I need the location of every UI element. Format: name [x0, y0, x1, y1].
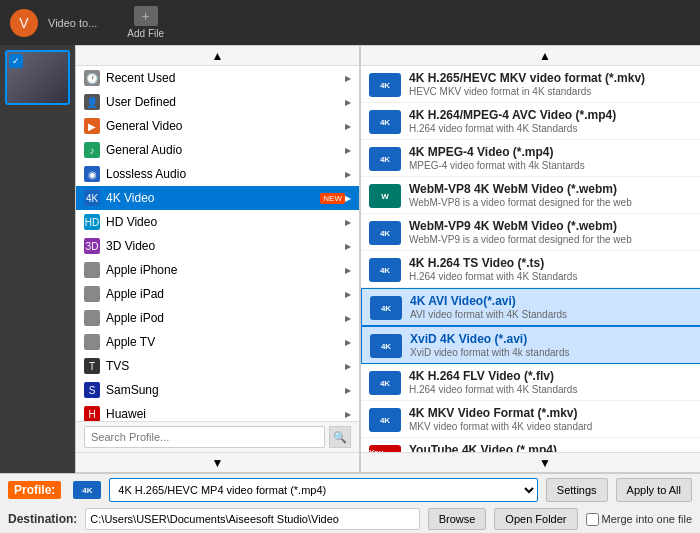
file-item[interactable]: ✓ — [5, 50, 70, 105]
webm_vp8-desc: WebM-VP8 is a video format designed for … — [409, 197, 700, 208]
right-scroll-down[interactable]: ▼ — [361, 452, 700, 472]
iphone-icon — [84, 262, 100, 278]
mp4_mpeg4-text-block: 4K MPEG-4 Video (*.mp4)MPEG-4 video form… — [409, 145, 700, 171]
webm_vp8-title: WebM-VP8 4K WebM Video (*.webm) — [409, 182, 700, 196]
format-item-youtube_4k[interactable]: You TubeYouTube 4K Video (*.mp4)H.264 4K… — [361, 438, 700, 452]
huawei-icon: H — [84, 406, 100, 421]
avi_4k-icon: 4K — [370, 296, 402, 320]
samsung-icon: S — [84, 382, 100, 398]
webm_vp8-icon: W — [369, 184, 401, 208]
general_audio-label: General Audio — [106, 143, 345, 157]
user-arrow: ▶ — [345, 98, 351, 107]
general_video-arrow: ▶ — [345, 122, 351, 131]
mp4_264-text-block: 4K H.264/MPEG-4 AVC Video (*.mp4)H.264 v… — [409, 108, 700, 134]
mp4_mpeg4-desc: MPEG-4 video format with 4k Stantards — [409, 160, 700, 171]
samsung-arrow: ▶ — [345, 386, 351, 395]
search-button[interactable]: 🔍 — [329, 426, 351, 448]
toolbar: V Video to... + Add File — [0, 0, 700, 45]
menu-item-4k[interactable]: 4K4K VideoNEW▶ — [76, 186, 359, 210]
iphone-label: Apple iPhone — [106, 263, 345, 277]
menu-item-appletv[interactable]: Apple TV▶ — [76, 330, 359, 354]
ipod-icon — [84, 310, 100, 326]
menu-item-hd[interactable]: HDHD Video▶ — [76, 210, 359, 234]
menu-item-samsung[interactable]: SSamSung▶ — [76, 378, 359, 402]
destination-path[interactable] — [85, 508, 419, 530]
hd-label: HD Video — [106, 215, 345, 229]
left-scroll-down[interactable]: ▼ — [76, 452, 359, 472]
mkv_hevc-title: 4K H.265/HEVC MKV video format (*.mkv) — [409, 71, 700, 85]
search-area: 🔍 — [76, 421, 359, 452]
file-list: ✓ — [0, 45, 75, 473]
3d-icon: 3D — [84, 238, 100, 254]
menu-item-ipad[interactable]: Apple iPad▶ — [76, 282, 359, 306]
browse-button[interactable]: Browse — [428, 508, 487, 530]
menu-item-lossless[interactable]: ◉Lossless Audio▶ — [76, 162, 359, 186]
menu-item-general_audio[interactable]: ♪General Audio▶ — [76, 138, 359, 162]
4k-badge: NEW — [320, 193, 345, 204]
huawei-label: Huawei — [106, 407, 345, 421]
format-item-mp4_mpeg4[interactable]: 4K4K MPEG-4 Video (*.mp4)MPEG-4 video fo… — [361, 140, 700, 177]
mkv_hevc-icon: 4K — [369, 73, 401, 97]
format-item-mkv_hevc[interactable]: 4K4K H.265/HEVC MKV video format (*.mkv)… — [361, 66, 700, 103]
add-file-label: Add File — [127, 28, 164, 39]
ipod-label: Apple iPod — [106, 311, 345, 325]
format-item-xvid_4k[interactable]: 4KXviD 4K Video (*.avi)XviD video format… — [361, 326, 700, 364]
left-scroll-up[interactable]: ▲ — [76, 46, 359, 66]
format-item-avi_4k[interactable]: 4K4K AVI Video(*.avi)AVI video format wi… — [361, 288, 700, 326]
general_audio-arrow: ▶ — [345, 146, 351, 155]
xvid_4k-desc: XviD video format with 4k standards — [410, 347, 700, 358]
menu-item-3d[interactable]: 3D3D Video▶ — [76, 234, 359, 258]
menu-item-ipod[interactable]: Apple iPod▶ — [76, 306, 359, 330]
merge-checkbox[interactable] — [586, 513, 599, 526]
app-window: V Video to... + Add File ✓ ▲ � — [0, 0, 700, 533]
4k-label: 4K Video — [106, 191, 316, 205]
mkv_4k-desc: MKV video format with 4K video standard — [409, 421, 700, 432]
xvid_4k-icon: 4K — [370, 334, 402, 358]
add-file-button[interactable]: + Add File — [127, 6, 164, 39]
menu-item-general_video[interactable]: ▶General Video▶ — [76, 114, 359, 138]
mp4_264-icon: 4K — [369, 110, 401, 134]
hd-icon: HD — [84, 214, 100, 230]
menu-item-user[interactable]: 👤User Defined▶ — [76, 90, 359, 114]
menu-item-recent[interactable]: 🕐Recent Used▶ — [76, 66, 359, 90]
left-panel: ▲ 🕐Recent Used▶👤User Defined▶▶General Vi… — [75, 45, 360, 473]
webm_vp9-icon: 4K — [369, 221, 401, 245]
open-folder-button[interactable]: Open Folder — [494, 508, 577, 530]
webm_vp9-text-block: WebM-VP9 4K WebM Video (*.webm)WebM-VP9 … — [409, 219, 700, 245]
appletv-label: Apple TV — [106, 335, 345, 349]
menu-item-huawei[interactable]: HHuawei▶ — [76, 402, 359, 421]
youtube_4k-title: YouTube 4K Video (*.mp4) — [409, 443, 700, 452]
menu-item-tvs[interactable]: TTVS▶ — [76, 354, 359, 378]
flv_264-text-block: 4K H.264 FLV Video (*.flv)H.264 video fo… — [409, 369, 700, 395]
mkv_4k-text-block: 4K MKV Video Format (*.mkv)MKV video for… — [409, 406, 700, 432]
profile-select[interactable]: 4K H.265/HEVC MP4 video format (*.mp4) — [109, 478, 537, 502]
ts_264-desc: H.264 video format with 4K Standards — [409, 271, 700, 282]
format-item-webm_vp9[interactable]: 4KWebM-VP9 4K WebM Video (*.webm)WebM-VP… — [361, 214, 700, 251]
settings-button[interactable]: Settings — [546, 478, 608, 502]
mp4_264-title: 4K H.264/MPEG-4 AVC Video (*.mp4) — [409, 108, 700, 122]
format-item-mp4_264[interactable]: 4K4K H.264/MPEG-4 AVC Video (*.mp4)H.264… — [361, 103, 700, 140]
flv_264-desc: H.264 video format with 4K Standards — [409, 384, 700, 395]
menu-item-iphone[interactable]: Apple iPhone▶ — [76, 258, 359, 282]
format-item-ts_264[interactable]: 4K4K H.264 TS Video (*.ts)H.264 video fo… — [361, 251, 700, 288]
search-input[interactable] — [84, 426, 325, 448]
mp4_264-desc: H.264 video format with 4K Standards — [409, 123, 700, 134]
youtube_4k-icon: You Tube — [369, 445, 401, 452]
avi_4k-text-block: 4K AVI Video(*.avi)AVI video format with… — [410, 294, 700, 320]
format-item-webm_vp8[interactable]: WWebM-VP8 4K WebM Video (*.webm)WebM-VP8… — [361, 177, 700, 214]
ts_264-icon: 4K — [369, 258, 401, 282]
xvid_4k-title: XviD 4K Video (*.avi) — [410, 332, 700, 346]
mkv_hevc-text-block: 4K H.265/HEVC MKV video format (*.mkv)HE… — [409, 71, 700, 97]
appletv-icon — [84, 334, 100, 350]
format-item-mkv_4k[interactable]: 4K4K MKV Video Format (*.mkv)MKV video f… — [361, 401, 700, 438]
4k-icon: 4K — [84, 190, 100, 206]
bottom-bar: Profile: 4K 4K H.265/HEVC MP4 video form… — [0, 473, 700, 533]
apply-all-button[interactable]: Apply to All — [616, 478, 692, 502]
ts_264-text-block: 4K H.264 TS Video (*.ts)H.264 video form… — [409, 256, 700, 282]
ts_264-title: 4K H.264 TS Video (*.ts) — [409, 256, 700, 270]
general_video-icon: ▶ — [84, 118, 100, 134]
right-scroll-up[interactable]: ▲ — [361, 46, 700, 66]
format-item-flv_264[interactable]: 4K4K H.264 FLV Video (*.flv)H.264 video … — [361, 364, 700, 401]
ipad-icon — [84, 286, 100, 302]
merge-label: Merge into one file — [586, 513, 693, 526]
